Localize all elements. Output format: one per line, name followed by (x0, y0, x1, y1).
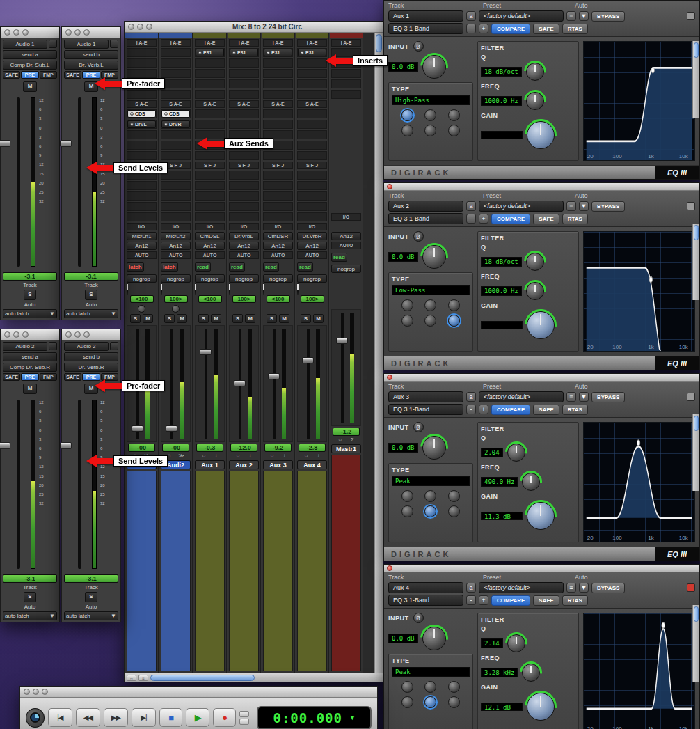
minimize-button[interactable] (74, 331, 81, 338)
filter-type-button[interactable] (401, 125, 413, 136)
send-slot[interactable] (229, 191, 259, 201)
send-slot[interactable] (127, 151, 157, 160)
plugin-selector[interactable]: EQ 3 1-Band (388, 595, 463, 606)
transport-expand-buttons[interactable] (239, 711, 249, 725)
input-gain-readout[interactable]: 0.0 dB (388, 634, 418, 643)
mute-button[interactable]: M (313, 314, 324, 323)
sends-header[interactable]: S F-J (229, 162, 259, 169)
input-selector[interactable]: CmDSL (195, 232, 225, 240)
gain-readout[interactable] (481, 131, 523, 139)
eq-frequency-graph[interactable]: 20 100 1k 10k (583, 613, 695, 729)
send-slot[interactable] (229, 212, 259, 221)
filter-type-button[interactable] (401, 109, 413, 121)
gain-readout[interactable]: 12.1 dB (481, 703, 523, 711)
automation-mode-button[interactable]: read (297, 262, 313, 272)
solo-button[interactable]: S (24, 592, 36, 602)
auto-header[interactable]: AUTO (263, 251, 293, 259)
sends-header[interactable]: S A-E (263, 100, 293, 108)
send-slot[interactable] (229, 109, 259, 118)
send-slot[interactable] (161, 141, 191, 150)
insert-slot[interactable] (161, 90, 191, 99)
fmp-button[interactable]: FMP (40, 373, 57, 381)
inserts-header[interactable]: I A-E (161, 39, 191, 47)
zoom-button[interactable] (83, 331, 90, 338)
send-slot[interactable] (297, 171, 327, 180)
zoom-button[interactable] (83, 29, 90, 36)
freq-readout[interactable]: 3.28 kHz (481, 668, 518, 677)
insert-slot[interactable] (263, 90, 293, 99)
window-controls[interactable] (65, 29, 90, 36)
input-selector[interactable]: Mic/Ln2 (161, 232, 191, 240)
insert-slot[interactable] (263, 79, 293, 88)
filter-type-button[interactable] (401, 681, 413, 693)
compare-plus-button[interactable]: + (479, 214, 488, 224)
send-slot[interactable] (127, 141, 157, 150)
freq-knob[interactable] (526, 282, 544, 300)
insert-slot[interactable]: E31 (263, 48, 293, 57)
output-window-icon[interactable]: ○ (338, 437, 342, 443)
insert-slot[interactable] (297, 58, 327, 68)
fader-track[interactable] (341, 313, 344, 423)
input-selector[interactable]: Mic/Ln1 (127, 232, 157, 240)
close-button[interactable] (387, 184, 392, 189)
send-slot[interactable] (127, 130, 157, 139)
pan-knob[interactable] (195, 282, 196, 295)
automation-mode-button[interactable]: read (263, 262, 279, 272)
track-selector[interactable]: Audio 2 (3, 342, 47, 351)
insert-slot[interactable] (297, 90, 327, 99)
mute-button[interactable]: M (23, 81, 37, 92)
send-slot[interactable] (263, 202, 293, 211)
automation-mode-button[interactable]: read (229, 262, 245, 272)
transport-nav-button[interactable]: ▶▶ (104, 708, 128, 727)
minimize-button[interactable] (137, 24, 143, 30)
automation-mode-selector[interactable]: auto latch ▼ (64, 611, 118, 620)
track-selector[interactable]: Aux 1 (388, 10, 463, 22)
window-controls[interactable] (4, 29, 29, 36)
plugin-titlebar[interactable] (384, 183, 699, 191)
track-name-button[interactable]: Aux 2 (229, 460, 259, 469)
filter-type-button[interactable] (401, 490, 413, 502)
send-button[interactable]: DrVL (127, 120, 156, 128)
target-window-icon[interactable] (49, 342, 57, 350)
bypass-button[interactable]: BYPASS (591, 583, 625, 593)
solo-button[interactable]: S (24, 290, 36, 300)
automation-mode-selector[interactable]: auto latch ▼ (64, 309, 118, 318)
track-name-button[interactable]: Aux 3 (263, 460, 293, 469)
filter-type-readout[interactable]: Low-Pass (392, 285, 470, 295)
send-slot[interactable] (263, 171, 293, 180)
send-slot[interactable] (195, 202, 225, 211)
minimize-button[interactable] (13, 29, 19, 36)
filter-type-button[interactable] (448, 696, 460, 708)
output-window-icon[interactable]: ○ (271, 453, 274, 459)
phase-invert-button[interactable]: ø (413, 41, 424, 52)
track-selector[interactable]: Audio 1 (64, 40, 109, 49)
fmp-button[interactable]: FMP (40, 71, 57, 79)
insert-slot[interactable] (297, 69, 327, 78)
settings-menu-icon[interactable]: ▼ (579, 201, 589, 211)
target-button[interactable] (687, 202, 695, 210)
window-controls[interactable] (24, 689, 48, 695)
auto-header[interactable]: AUTO (297, 251, 327, 259)
gain-knob[interactable] (527, 502, 555, 530)
librarian-menu-icon[interactable]: ≡ (566, 201, 576, 211)
fader-cap[interactable] (60, 140, 72, 147)
send-slot[interactable] (297, 130, 327, 139)
send-slot[interactable] (297, 141, 327, 150)
zoom-button[interactable] (146, 24, 152, 30)
scrollbar-thumb[interactable] (694, 606, 699, 622)
fader-track[interactable] (205, 329, 207, 439)
freq-readout[interactable]: 490.0 Hz (481, 477, 518, 487)
gain-readout[interactable]: 11.3 dB (481, 512, 523, 520)
output-selector[interactable]: An12 (127, 242, 157, 250)
insert-slot[interactable] (195, 90, 225, 99)
input-selector[interactable]: CmDSR (263, 232, 293, 240)
fader-cap[interactable] (132, 425, 143, 432)
input-gain-knob[interactable] (422, 245, 446, 269)
send-slot[interactable] (161, 181, 191, 190)
insert-slot[interactable] (161, 79, 191, 88)
input-gain-readout[interactable]: 0.0 dB (388, 62, 418, 72)
send-slot[interactable] (263, 109, 293, 118)
solo-button[interactable]: S (232, 314, 243, 323)
transport-titlebar[interactable] (20, 687, 377, 698)
compare-button[interactable]: COMPARE (491, 595, 530, 606)
